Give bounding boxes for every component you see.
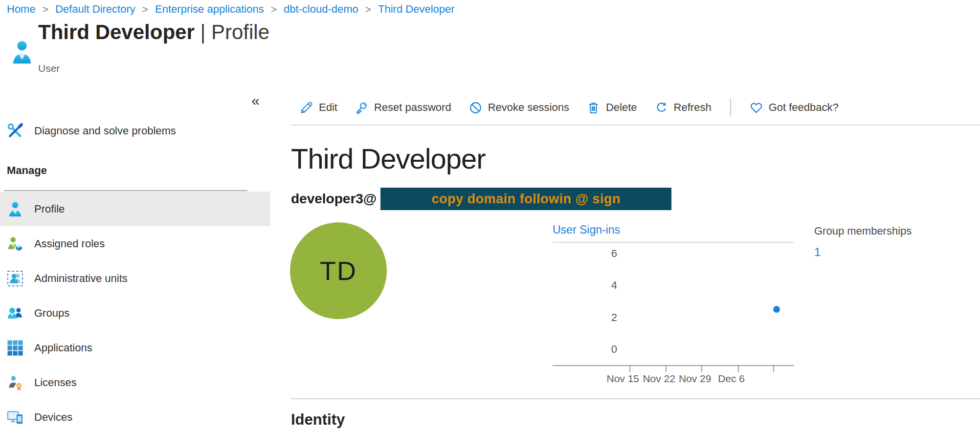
applications-grid-icon [7, 340, 23, 356]
page-title-name: Third Developer [38, 21, 195, 43]
administrative-units-icon [7, 270, 23, 287]
page-header: Third Developer | Profile User [38, 21, 269, 74]
group-memberships: Group memberships 1 [814, 225, 912, 259]
assigned-roles-icon [7, 236, 23, 252]
sidebar-item-label: Licenses [34, 376, 77, 389]
group-memberships-label: Group memberships [814, 225, 912, 238]
breadcrumb-separator: > [142, 3, 148, 15]
avatar-initials: TD [320, 256, 357, 286]
sidebar-item-applications[interactable]: Applications [0, 330, 270, 365]
user-signins-chart-title[interactable]: User Sign-ins [553, 223, 794, 242]
breadcrumb-separator: > [365, 3, 371, 15]
sidebar-item-licenses[interactable]: Licenses [0, 365, 270, 400]
sidebar-collapse-button[interactable]: « [248, 93, 263, 108]
command-bar: EditReset passwordRevoke sessionsDeleteR… [291, 90, 980, 126]
toolbar-button-label: Got feedback? [769, 101, 839, 114]
sidebar-item-label: Diagnose and solve problems [34, 125, 176, 137]
y-axis-tick-label: 4 [588, 279, 617, 292]
refresh-icon [655, 101, 668, 114]
azure-user-profile-page: Home>Default Directory>Enterprise applic… [0, 0, 980, 432]
sidebar-item-label: Administrative units [34, 272, 128, 285]
page-title-suffix: | Profile [195, 21, 269, 43]
breadcrumb-link-third-developer[interactable]: Third Developer [378, 3, 455, 16]
y-axis-tick-label: 2 [588, 311, 617, 324]
key-icon [355, 101, 368, 114]
breadcrumb-link-default-directory[interactable]: Default Directory [55, 3, 135, 16]
toolbar-button-label: Edit [319, 101, 337, 114]
x-axis-tick [666, 366, 667, 372]
identity-section-heading: Identity [291, 411, 345, 429]
sidebar-section-manage: Manage [7, 164, 47, 177]
x-axis-tick-label: Nov 29 [679, 373, 712, 385]
signin-data-point [773, 306, 780, 313]
sidebar-item-diagnose-and-solve-problems[interactable]: Diagnose and solve problems [0, 115, 270, 147]
edit-button[interactable]: Edit [300, 101, 337, 114]
breadcrumb-link-dbt-cloud-demo[interactable]: dbt-cloud-demo [284, 3, 358, 16]
page-title: Third Developer | Profile [38, 21, 269, 44]
tools-icon [7, 123, 23, 139]
sidebar-divider [4, 190, 247, 191]
revoke-sessions-button[interactable]: Revoke sessions [469, 101, 569, 114]
sidebar-item-devices[interactable]: Devices [0, 400, 270, 432]
reset-password-button[interactable]: Reset password [355, 101, 451, 114]
refresh-button[interactable]: Refresh [655, 101, 712, 114]
toolbar-button-label: Revoke sessions [488, 101, 569, 114]
licenses-icon [7, 374, 23, 391]
breadcrumb-separator: > [43, 3, 48, 15]
toolbar-button-label: Refresh [674, 101, 712, 114]
toolbar-divider [730, 99, 731, 116]
content-pane: EditReset passwordRevoke sessionsDeleteR… [291, 68, 980, 432]
profile-person-icon [7, 201, 23, 217]
sidebar-item-assigned-roles[interactable]: Assigned roles [0, 226, 270, 261]
group-memberships-count-link[interactable]: 1 [814, 245, 912, 259]
y-axis-tick-label: 0 [588, 343, 617, 356]
section-divider [291, 398, 980, 399]
delete-button[interactable]: Delete [587, 101, 637, 114]
sidebar-item-label: Devices [34, 411, 72, 424]
sidebar-item-profile[interactable]: Profile [0, 192, 270, 226]
email-prefix: developer3@ [291, 191, 377, 207]
groups-icon [7, 305, 23, 322]
x-axis-line [553, 365, 794, 366]
user-header-icon [11, 37, 33, 68]
toolbar-button-label: Reset password [374, 101, 451, 114]
toolbar-button-label: Delete [606, 101, 637, 114]
breadcrumb-link-enterprise-applications[interactable]: Enterprise applications [155, 3, 264, 16]
user-principal-name: developer3@ copy domain followin @ sign [291, 187, 671, 211]
breadcrumb-separator: > [271, 3, 277, 15]
avatar: TD [290, 222, 387, 319]
breadcrumb-link-home[interactable]: Home [7, 3, 36, 16]
x-axis-tick [773, 366, 774, 372]
sidebar-item-administrative-units[interactable]: Administrative units [0, 261, 270, 296]
x-axis-tick [738, 366, 739, 372]
sidebar: « Diagnose and solve problems Manage Pro… [0, 68, 270, 432]
x-axis-tick [629, 366, 630, 372]
pencil-icon [300, 101, 313, 114]
sidebar-menu: ProfileAssigned rolesAdministrative unit… [0, 192, 270, 432]
y-axis-tick-label: 6 [588, 247, 617, 260]
x-axis-tick-label: Dec 6 [718, 373, 745, 385]
user-signins-plot: 0246Nov 15Nov 22Nov 29Dec 6 [553, 242, 794, 366]
sidebar-item-label: Applications [34, 342, 92, 354]
x-axis-tick [701, 366, 702, 372]
domain-redaction-note: copy domain followin @ sign [380, 188, 671, 210]
block-icon [469, 101, 482, 114]
profile-name-heading: Third Developer [291, 142, 486, 175]
sidebar-item-label: Groups [34, 307, 69, 320]
sidebar-item-label: Assigned roles [34, 238, 105, 250]
breadcrumb: Home>Default Directory>Enterprise applic… [7, 3, 455, 16]
trash-icon [587, 101, 600, 114]
sidebar-item-groups[interactable]: Groups [0, 296, 270, 330]
sidebar-item-label: Profile [34, 203, 65, 216]
heart-icon [750, 101, 763, 114]
devices-icon [7, 409, 23, 426]
x-axis-tick-label: Nov 15 [606, 373, 639, 385]
profile-blade: Third Developer developer3@ copy domain … [291, 126, 980, 432]
user-signins-chart: User Sign-ins 0246Nov 15Nov 22Nov 29Dec … [553, 223, 794, 366]
got-feedback-button[interactable]: Got feedback? [750, 101, 839, 114]
x-axis-tick-label: Nov 22 [643, 373, 675, 385]
